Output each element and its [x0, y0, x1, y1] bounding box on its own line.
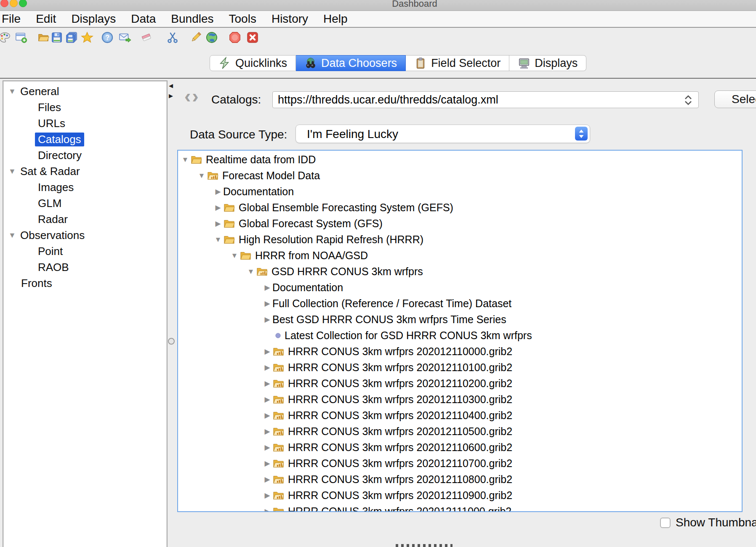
tree-row[interactable]: ▼High Resolution Rapid Refresh (HRRR): [178, 231, 742, 247]
tree-row[interactable]: ▼Realtime data from IDD: [178, 151, 742, 167]
tree-row[interactable]: ▶Documentation: [178, 183, 742, 199]
tree-row[interactable]: ▼HRRR from NOAA/GSD: [178, 247, 742, 263]
splitter[interactable]: ◀ ▶: [168, 80, 176, 547]
toolbar-button-new-window[interactable]: [15, 31, 27, 44]
tree-row[interactable]: ▶Full Collection (Reference / Forecast T…: [178, 295, 742, 311]
toolbar-button-stop-loads[interactable]: [229, 31, 241, 44]
sidebar-item-glm[interactable]: GLM: [3, 195, 167, 211]
sidebar-item-sat-radar[interactable]: ▼Sat & Radar: [3, 163, 167, 179]
menu-item-help[interactable]: Help: [323, 12, 348, 26]
tree-row[interactable]: ▶HRRR CONUS 3km wrfprs 202012110800.grib…: [178, 471, 742, 487]
disclosure-triangle-icon[interactable]: ▼: [8, 167, 18, 175]
sidebar-item-directory[interactable]: Directory: [3, 147, 167, 163]
tree-row[interactable]: ▶HRRR CONUS 3km wrfprs 202012110600.grib…: [178, 439, 742, 455]
sidebar-item-raob[interactable]: RAOB: [3, 259, 167, 275]
tree-row[interactable]: ▶HRRR CONUS 3km wrfprs 202012111000.grib…: [178, 503, 742, 512]
toolbar-button-cancel[interactable]: [246, 31, 259, 44]
tree-row[interactable]: ▶Global Ensemble Forecasting System (GEF…: [178, 199, 742, 215]
select-catalog-button[interactable]: Select: [714, 90, 756, 108]
tab-data-choosers[interactable]: Data Choosers: [296, 55, 406, 71]
toolbar-button-cut[interactable]: [166, 31, 179, 44]
tab-quicklinks[interactable]: Quicklinks: [210, 55, 296, 71]
disclosure-triangle-icon[interactable]: ▶: [262, 380, 272, 387]
tree-row[interactable]: ▶HRRR CONUS 3km wrfprs 202012110100.grib…: [178, 359, 742, 375]
menu-item-history[interactable]: History: [272, 12, 308, 26]
tree-row[interactable]: ▶Best GSD HRRR CONUS 3km wrfprs Time Ser…: [178, 311, 742, 327]
zoom-window-button[interactable]: [19, 0, 27, 7]
tree-row[interactable]: ▶HRRR CONUS 3km wrfprs 202012110900.grib…: [178, 487, 742, 503]
tree-row[interactable]: ▶HRRR CONUS 3km wrfprs 202012110400.grib…: [178, 407, 742, 423]
close-window-button[interactable]: [0, 0, 8, 7]
catalog-forward-icon[interactable]: ›: [192, 88, 198, 104]
sidebar-item-observations[interactable]: ▼Observations: [3, 227, 167, 243]
toolbar-button-save-as[interactable]: [65, 31, 78, 44]
show-thumbnails-checkbox[interactable]: [660, 518, 671, 528]
tree-row[interactable]: ▶Documentation: [178, 279, 742, 295]
tree-row[interactable]: Latest Collection for GSD HRRR CONUS 3km…: [178, 327, 742, 343]
toolbar-button-support-request[interactable]: [119, 31, 131, 44]
data-source-type-select[interactable]: I'm Feeling Lucky: [295, 125, 590, 143]
toolbar-button-save[interactable]: [51, 31, 63, 44]
disclosure-triangle-icon[interactable]: ▶: [262, 460, 272, 467]
tree-row[interactable]: ▶HRRR CONUS 3km wrfprs 202012110000.grib…: [178, 343, 742, 359]
toolbar-button-erase[interactable]: [140, 31, 153, 44]
sidebar-item-point[interactable]: Point: [3, 243, 167, 259]
tree-row[interactable]: ▶HRRR CONUS 3km wrfprs 202012110700.grib…: [178, 455, 742, 471]
toolbar-button-open-file[interactable]: [37, 31, 50, 44]
disclosure-triangle-icon[interactable]: ▼: [197, 172, 207, 179]
splitter-collapse-left-icon[interactable]: ◀: [169, 83, 173, 88]
toolbar-button-edit[interactable]: [189, 31, 202, 44]
sidebar-item-images[interactable]: Images: [3, 179, 167, 195]
catalog-url-input[interactable]: [272, 91, 699, 108]
tab-displays[interactable]: Displays: [509, 55, 586, 71]
disclosure-triangle-icon[interactable]: ▶: [262, 396, 272, 403]
disclosure-triangle-icon[interactable]: ▼: [8, 231, 18, 239]
disclosure-triangle-icon[interactable]: ▶: [262, 348, 272, 355]
sidebar-item-general[interactable]: ▼General: [3, 83, 167, 99]
disclosure-triangle-icon[interactable]: ▶: [262, 444, 272, 451]
disclosure-triangle-icon[interactable]: ▶: [213, 220, 223, 227]
toolbar-button-color-palette[interactable]: [0, 31, 11, 44]
menu-item-tools[interactable]: Tools: [229, 12, 256, 26]
disclosure-triangle-icon[interactable]: ▼: [8, 88, 18, 95]
menu-item-data[interactable]: Data: [131, 12, 156, 26]
menu-item-bundles[interactable]: Bundles: [171, 12, 213, 26]
tree-row[interactable]: ▼GSD HRRR CONUS 3km wrfprs: [178, 263, 742, 279]
title-bar[interactable]: Dashboard: [0, 0, 756, 11]
disclosure-triangle-icon[interactable]: ▶: [262, 428, 272, 435]
sidebar-item-fronts[interactable]: Fronts: [3, 275, 167, 291]
disclosure-triangle-icon[interactable]: ▶: [262, 364, 272, 371]
tree-row[interactable]: ▼Forecast Model Data: [178, 167, 742, 183]
disclosure-triangle-icon[interactable]: ▶: [262, 316, 272, 323]
disclosure-triangle-icon[interactable]: ▼: [246, 268, 256, 275]
disclosure-triangle-icon[interactable]: ▶: [213, 204, 223, 211]
disclosure-triangle-icon[interactable]: ▶: [262, 508, 272, 512]
menu-item-edit[interactable]: Edit: [36, 12, 56, 26]
disclosure-triangle-icon[interactable]: ▶: [213, 188, 223, 195]
disclosure-triangle-icon[interactable]: ▶: [262, 476, 272, 483]
tree-row[interactable]: ▶HRRR CONUS 3km wrfprs 202012110500.grib…: [178, 423, 742, 439]
minimize-window-button[interactable]: [10, 0, 18, 7]
disclosure-triangle-icon[interactable]: ▼: [213, 236, 223, 243]
toolbar-button-favorites[interactable]: [81, 31, 93, 44]
toolbar-button-web[interactable]: [205, 31, 218, 44]
tab-field-selector[interactable]: Field Selector: [406, 55, 509, 71]
disclosure-triangle-icon[interactable]: ▶: [262, 492, 272, 499]
catalog-back-icon[interactable]: ‹: [184, 88, 191, 104]
disclosure-triangle-icon[interactable]: ▼: [180, 156, 190, 163]
tree-row[interactable]: ▶HRRR CONUS 3km wrfprs 202012110300.grib…: [178, 391, 742, 407]
tree-row[interactable]: ▶Global Forecast System (GFS): [178, 215, 742, 231]
disclosure-triangle-icon[interactable]: ▶: [262, 284, 272, 291]
combo-arrows-icon[interactable]: [575, 127, 588, 141]
disclosure-triangle-icon[interactable]: ▼: [229, 252, 240, 259]
splitter-handle[interactable]: [168, 338, 175, 345]
toolbar-button-help[interactable]: ?: [101, 31, 114, 44]
catalog-url-spinner[interactable]: [684, 94, 693, 106]
disclosure-triangle-icon[interactable]: ▶: [262, 412, 272, 419]
sidebar-item-urls[interactable]: URLs: [3, 115, 167, 131]
menu-item-file[interactable]: File: [2, 12, 21, 26]
sidebar-item-catalogs[interactable]: Catalogs: [3, 131, 167, 147]
disclosure-triangle-icon[interactable]: ▶: [262, 300, 272, 307]
menu-item-displays[interactable]: Displays: [71, 12, 116, 26]
sidebar-item-radar[interactable]: Radar: [3, 211, 167, 227]
